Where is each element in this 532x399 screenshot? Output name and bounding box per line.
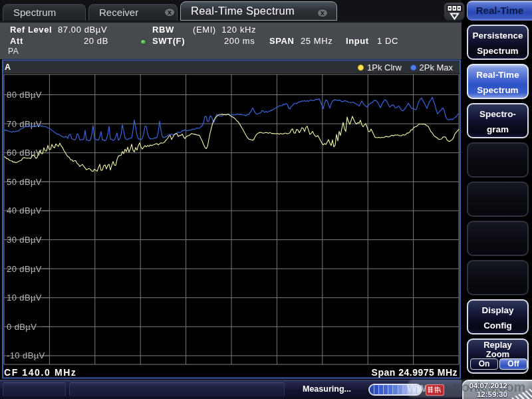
svg-text:2Pk Max: 2Pk Max <box>420 63 454 72</box>
svg-text:40 dBµV: 40 dBµV <box>7 205 42 215</box>
svg-text:30 dBµV: 30 dBµV <box>7 235 42 245</box>
svg-text:50 dBµV: 50 dBµV <box>7 177 42 187</box>
svg-text:60 dBµV: 60 dBµV <box>7 148 42 158</box>
svg-text:-10 dBµV: -10 dBµV <box>7 350 45 360</box>
svg-text:1Pk Clrw: 1Pk Clrw <box>367 63 402 72</box>
svg-text:CF 140.0 MHz: CF 140.0 MHz <box>4 367 76 378</box>
svg-text:A: A <box>5 63 11 72</box>
svg-text:80 dBµV: 80 dBµV <box>7 90 42 100</box>
svg-text:0 dBµV: 0 dBµV <box>7 322 37 332</box>
svg-text:Span 24.9975 MHz: Span 24.9975 MHz <box>372 367 458 378</box>
svg-text:10 dBµV: 10 dBµV <box>7 293 42 303</box>
svg-text:20 dBµV: 20 dBµV <box>7 264 42 274</box>
